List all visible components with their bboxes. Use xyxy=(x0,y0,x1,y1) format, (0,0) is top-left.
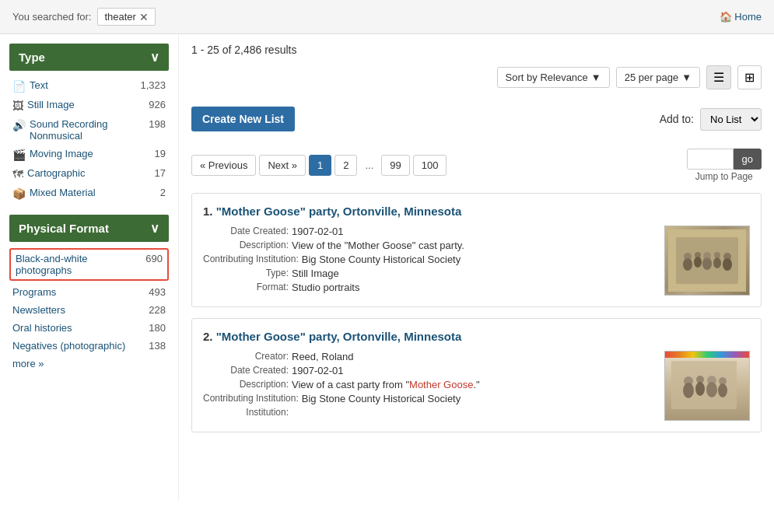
physical-format-chevron: ∨ xyxy=(150,221,159,236)
add-to-label: Add to: xyxy=(660,113,694,125)
physical-newsletters-link[interactable]: Newsletters xyxy=(12,304,65,316)
highlight-text: Mother Goose xyxy=(409,379,473,390)
sort-chevron-icon: ▼ xyxy=(591,72,601,83)
list-view-button[interactable]: ☰ xyxy=(706,65,731,89)
mixed-material-type-icon: 📦 xyxy=(12,187,26,200)
cartographic-type-icon: 🗺 xyxy=(12,168,23,180)
meta-row: Date Created: 1907-02-01 xyxy=(203,226,655,237)
result-link-2[interactable]: "Mother Goose" party, Ortonville, Minnes… xyxy=(216,330,462,343)
moving-image-type-icon: 🎬 xyxy=(12,149,26,161)
physical-programs-link[interactable]: Programs xyxy=(12,286,56,298)
meta-label: Date Created: xyxy=(203,365,289,376)
type-movingimage-link[interactable]: 🎬 Moving Image xyxy=(12,148,93,161)
result-body-2: Creator: Reed, Roland Date Created: 1907… xyxy=(203,351,750,421)
type-facet-chevron: ∨ xyxy=(150,50,159,65)
svg-point-15 xyxy=(695,382,705,396)
search-bar-left: You searched for: theater ✕ xyxy=(12,8,156,26)
result-link-1[interactable]: "Mother Goose" party, Ortonville, Minnes… xyxy=(216,205,462,218)
search-label: You searched for: xyxy=(12,11,91,23)
meta-label: Description: xyxy=(203,379,289,390)
list-view-icon: ☰ xyxy=(713,71,724,84)
type-facet-item: 🗺 Cartographic 17 xyxy=(9,165,169,183)
type-sound-link[interactable]: 🔊 Sound Recording Nonmusical xyxy=(12,118,149,142)
page-99-button[interactable]: 99 xyxy=(381,155,409,176)
meta-row: Date Created: 1907-02-01 xyxy=(203,365,655,376)
thumbnail-image-2 xyxy=(665,352,743,414)
next-page-button[interactable]: Next » xyxy=(259,155,306,176)
meta-label: Creator: xyxy=(203,351,289,362)
sidebar: Type ∨ 📄 Text 1,323 🖼 Still Image 926 xyxy=(0,34,179,501)
type-facet-header[interactable]: Type ∨ xyxy=(9,44,169,71)
create-list-button[interactable]: Create New List xyxy=(191,107,295,131)
type-cartographic-link[interactable]: 🗺 Cartographic xyxy=(12,167,85,180)
result-item-2: 2. "Mother Goose" party, Ortonville, Min… xyxy=(191,318,762,432)
add-to-select[interactable]: No List xyxy=(700,108,762,131)
physical-more-link[interactable]: more » xyxy=(9,355,47,372)
page-100-button[interactable]: 100 xyxy=(413,155,447,176)
grid-view-button[interactable]: ⊞ xyxy=(737,65,762,89)
type-mixedmaterial-link[interactable]: 📦 Mixed Material xyxy=(12,187,96,200)
meta-row: Description: View of a cast party from "… xyxy=(203,379,655,390)
meta-value: Still Image xyxy=(292,268,339,279)
result-number-1: 1. xyxy=(203,205,216,218)
physical-negatives-item: Negatives (photographic) 138 xyxy=(9,338,169,354)
svg-point-11 xyxy=(723,253,731,261)
perpage-label: 25 per page xyxy=(625,72,678,83)
results-summary: 1 - 25 of 2,486 results xyxy=(191,44,762,56)
type-text-count: 1,323 xyxy=(140,79,166,91)
sort-dropdown[interactable]: Sort by Relevance ▼ xyxy=(497,67,610,88)
svg-point-17 xyxy=(718,383,727,397)
grid-view-icon: ⊞ xyxy=(744,71,755,84)
meta-row: Type: Still Image xyxy=(203,268,655,279)
physical-bw-photos-link[interactable]: Black-and-white photographs xyxy=(16,253,145,276)
svg-point-10 xyxy=(714,252,720,258)
jump-go-button[interactable]: go xyxy=(734,149,762,170)
svg-rect-13 xyxy=(671,361,737,409)
svg-point-9 xyxy=(703,252,711,260)
physical-negatives-link[interactable]: Negatives (photographic) xyxy=(12,340,125,352)
list-toolbar: Create New List Add to: No List xyxy=(191,100,762,138)
meta-label: Description: xyxy=(203,240,289,251)
perpage-dropdown[interactable]: 25 per page ▼ xyxy=(616,67,700,88)
physical-format-header[interactable]: Physical Format ∨ xyxy=(9,215,169,242)
search-clear-button[interactable]: ✕ xyxy=(139,12,149,23)
home-icon: 🏠 xyxy=(720,11,732,23)
physical-oralhistories-link[interactable]: Oral histories xyxy=(12,322,72,334)
home-link[interactable]: 🏠Home xyxy=(720,11,762,23)
sort-label: Sort by Relevance xyxy=(506,72,588,83)
type-stillimage-link[interactable]: 🖼 Still Image xyxy=(12,99,75,112)
meta-row: Format: Studio portraits xyxy=(203,282,655,293)
page-1-button[interactable]: 1 xyxy=(309,155,331,176)
search-bar: You searched for: theater ✕ 🏠Home xyxy=(0,0,774,34)
type-text-link[interactable]: 📄 Text xyxy=(12,79,48,93)
result-number-2: 2. xyxy=(203,330,216,343)
type-movingimage-count: 19 xyxy=(155,148,166,159)
meta-value: View of the "Mother Goose" cast party. xyxy=(292,240,464,251)
jump-to-input[interactable] xyxy=(687,149,734,170)
meta-value: Reed, Roland xyxy=(292,351,354,362)
physical-programs-item: Programs 493 xyxy=(9,284,169,300)
meta-label: Contributing Institution: xyxy=(203,254,299,265)
svg-point-5 xyxy=(713,257,721,268)
result-meta-2: Creator: Reed, Roland Date Created: 1907… xyxy=(203,351,655,421)
result-thumbnail-2[interactable] xyxy=(664,351,750,421)
result-thumbnail-1[interactable] xyxy=(664,226,750,296)
main-content: 1 - 25 of 2,486 results Sort by Relevanc… xyxy=(179,34,774,501)
result-item-1: 1. "Mother Goose" party, Ortonville, Min… xyxy=(191,193,762,307)
meta-row: Description: View of the "Mother Goose" … xyxy=(203,240,655,251)
meta-value: Studio portraits xyxy=(292,282,359,293)
physical-oralhistories-item: Oral histories 180 xyxy=(9,320,169,336)
type-facet: Type ∨ 📄 Text 1,323 🖼 Still Image 926 xyxy=(9,44,169,202)
meta-label: Format: xyxy=(203,282,289,293)
page-2-button[interactable]: 2 xyxy=(334,155,357,176)
physical-format-title: Physical Format xyxy=(19,222,109,235)
meta-value: View of a cast party from "Mother Goose.… xyxy=(292,379,480,390)
physical-format-facet: Physical Format ∨ Black-and-white photog… xyxy=(9,215,169,372)
svg-point-20 xyxy=(707,376,716,385)
pagination: « Previous Next » 1 2 ... 99 100 go Jump… xyxy=(191,149,762,182)
physical-bw-photos-count: 690 xyxy=(145,253,163,264)
result-title-1: 1. "Mother Goose" party, Ortonville, Min… xyxy=(203,205,750,218)
still-image-type-icon: 🖼 xyxy=(12,100,23,112)
prev-page-button[interactable]: « Previous xyxy=(191,155,256,176)
meta-row: Contributing Institution: Big Stone Coun… xyxy=(203,393,655,404)
